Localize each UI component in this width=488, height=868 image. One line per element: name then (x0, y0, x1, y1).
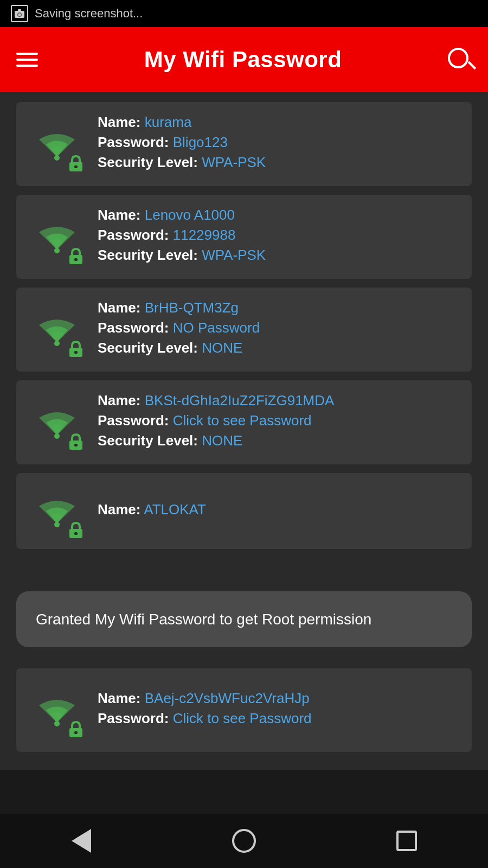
svg-rect-6 (74, 165, 78, 168)
status-bar-text: Saving screenshot... (35, 7, 143, 21)
lock-icon-1 (66, 154, 86, 173)
card-password-6: Password: Click to see Password (98, 710, 459, 727)
card-password-1: Password: Bligo123 (98, 134, 459, 151)
lock-icon-4 (66, 432, 86, 451)
card-info-3: Name: BrHB-QTM3Zg Password: NO Password … (98, 299, 459, 360)
lock-icon-3 (66, 339, 86, 359)
card-name-2: Name: Lenovo A1000 (98, 207, 459, 224)
svg-rect-15 (74, 444, 78, 446)
lock-icon-2 (66, 246, 86, 266)
card-info-6: Name: BAej-c2VsbWFuc2VraHJp Password: Cl… (98, 690, 459, 730)
svg-rect-12 (74, 351, 78, 354)
wifi-icon-wrap-3 (27, 300, 87, 360)
wifi-card-1[interactable]: Name: kurama Password: Bligo123 Security… (16, 102, 472, 186)
card-name-4: Name: BKSt-dGhIa2IuZ2FiZG91MDA (98, 392, 459, 409)
status-bar: Saving screenshot... (0, 0, 488, 27)
screenshot-icon (11, 5, 28, 22)
svg-rect-9 (74, 258, 78, 261)
card-security-3: Security Level: NONE (98, 340, 459, 356)
svg-point-10 (54, 341, 60, 346)
card-security-4: Security Level: NONE (98, 432, 459, 449)
lock-icon-6 (66, 719, 86, 739)
card-name-5: Name: ATLOKAT (98, 501, 459, 518)
toast-overlay: Granted My Wifi Password to get Root per… (16, 591, 472, 647)
svg-point-7 (54, 248, 60, 253)
wifi-icon-wrap-4 (27, 393, 87, 452)
wifi-card-5[interactable]: Name: ATLOKAT (16, 473, 472, 549)
menu-icon[interactable] (16, 53, 38, 67)
wifi-icon-wrap-6 (27, 680, 87, 740)
card-info-1: Name: kurama Password: Bligo123 Security… (98, 114, 459, 174)
app-title: My Wifi Password (144, 47, 342, 73)
toast-message: Granted My Wifi Password to get Root per… (36, 611, 371, 628)
card-security-1: Security Level: WPA-PSK (98, 154, 459, 171)
card-name-1: Name: kurama (98, 114, 459, 131)
app-bar: My Wifi Password (0, 27, 488, 92)
lock-icon-5 (66, 520, 86, 540)
svg-rect-21 (74, 731, 78, 734)
card-name-3: Name: BrHB-QTM3Zg (98, 299, 459, 316)
svg-point-4 (54, 155, 60, 161)
wifi-icon-wrap-5 (27, 481, 87, 541)
card-info-2: Name: Lenovo A1000 Password: 11229988 Se… (98, 207, 459, 267)
card-name-6: Name: BAej-c2VsbWFuc2VraHJp (98, 690, 459, 707)
wifi-list: Name: kurama Password: Bligo123 Security… (0, 92, 488, 770)
back-icon (72, 829, 91, 853)
card-password-3: Password: NO Password (98, 320, 459, 336)
wifi-card-4[interactable]: Name: BKSt-dGhIa2IuZ2FiZG91MDA Password:… (16, 380, 472, 464)
recents-button[interactable] (390, 825, 423, 857)
card-info-5: Name: ATLOKAT (98, 501, 459, 521)
nav-bar (0, 814, 488, 868)
card-password-2: Password: 11229988 (98, 227, 459, 244)
wifi-icon-wrap-2 (27, 207, 87, 267)
card-password-4: Password: Click to see Password (98, 412, 459, 429)
wifi-card-2[interactable]: Name: Lenovo A1000 Password: 11229988 Se… (16, 195, 472, 279)
svg-rect-3 (18, 9, 21, 11)
wifi-icon-wrap-1 (27, 114, 87, 174)
back-button[interactable] (65, 825, 98, 857)
home-icon (232, 829, 256, 853)
svg-point-13 (54, 433, 60, 439)
wifi-card-3[interactable]: Name: BrHB-QTM3Zg Password: NO Password … (16, 288, 472, 372)
card-security-2: Security Level: WPA-PSK (98, 247, 459, 264)
card-info-4: Name: BKSt-dGhIa2IuZ2FiZG91MDA Password:… (98, 392, 459, 452)
search-icon[interactable] (448, 48, 472, 72)
wifi-card-6[interactable]: Name: BAej-c2VsbWFuc2VraHJp Password: Cl… (16, 668, 472, 752)
svg-point-16 (54, 522, 60, 527)
home-button[interactable] (228, 825, 260, 857)
svg-rect-18 (74, 532, 78, 535)
recents-icon (396, 831, 417, 851)
svg-point-2 (18, 14, 21, 16)
svg-point-19 (54, 721, 60, 726)
